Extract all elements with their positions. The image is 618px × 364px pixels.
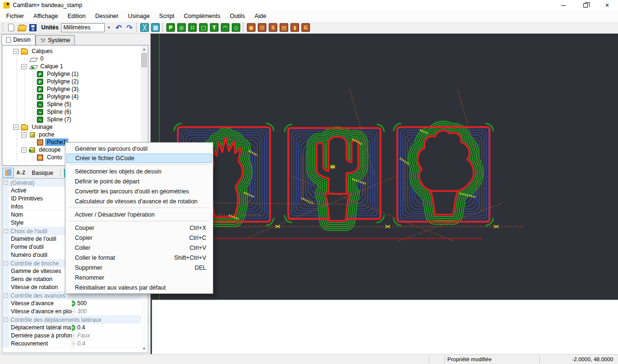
polyhedron-button[interactable]: ◇ — [231, 22, 242, 33]
new-file-button[interactable] — [6, 22, 17, 33]
tree-item-calque-1[interactable]: −Calque 1 — [2, 63, 148, 70]
collapse-icon[interactable]: − — [4, 181, 8, 185]
drawing-canvas[interactable] — [151, 34, 618, 300]
prop-label: Déplacement latéral maxi — [9, 324, 72, 331]
grid-button[interactable]: ▦ — [150, 22, 161, 33]
collapse-icon[interactable]: − — [21, 132, 27, 137]
collapse-icon[interactable]: − — [13, 49, 18, 54]
prop-row-deplacement-lateral-maxi[interactable]: Déplacement latéral maxi→0.4 — [2, 324, 148, 332]
gcode-icon: G — [301, 23, 310, 32]
undo-button[interactable]: ↶ — [113, 22, 124, 33]
tree-item-polyligne-1[interactable]: Polyligne (1) — [2, 70, 148, 78]
ctx-item-activer-desactiver-l-operation[interactable]: Activer / Désactiver l'opération — [65, 209, 213, 219]
prop-value: →0.4 — [72, 340, 148, 347]
tree-guide — [21, 55, 29, 63]
ctx-item-supprimer[interactable]: SupprimerDEL — [65, 263, 213, 273]
tree-item-polyligne-2[interactable]: Polyligne (2) — [2, 78, 148, 85]
menu-item-complements[interactable]: Compléments — [179, 10, 225, 22]
collapse-icon[interactable]: − — [13, 125, 18, 130]
gcode-button[interactable]: G — [300, 22, 311, 33]
prop-row-vitesse-d-avance[interactable]: Vitesse d'avance→500 — [2, 300, 148, 308]
scrollbar-thumb[interactable] — [141, 53, 147, 67]
tree-item-poche[interactable]: −poche — [2, 131, 148, 138]
profile-button[interactable]: S — [268, 22, 279, 33]
tree-item-spline-6[interactable]: Spline (6) — [2, 108, 148, 116]
ctx-item-convertir-les-parcours-d-outil-en-geometries[interactable]: Convertir les parcours d'outil en géomét… — [65, 186, 213, 196]
units-combo[interactable]: Millimètres — [61, 23, 105, 32]
collapse-icon[interactable]: − — [4, 293, 8, 298]
tree-item-0[interactable]: 0 — [2, 55, 148, 63]
prop-row-derniere-passe-a-profondeur[interactable]: Dernière passe à profondeur→Faux — [2, 332, 148, 340]
ctx-item-selectionner-les-objets-de-dessin[interactable]: Sélectionner les objets de dessin — [65, 166, 213, 176]
close-button[interactable]: × — [596, 0, 618, 10]
pocket-button[interactable]: ⊡ — [257, 22, 268, 33]
drill-button[interactable]: ● — [246, 22, 257, 33]
menu-item-affichage[interactable]: Affichage — [29, 10, 63, 22]
engrave-button[interactable]: ▮ — [290, 22, 300, 33]
folder-icon — [21, 125, 28, 130]
polyline-button[interactable]: P — [165, 22, 176, 33]
ctx-item-coller-le-format[interactable]: Coller le formatShift+Ctrl+V — [65, 253, 213, 263]
collapse-icon[interactable]: − — [4, 229, 8, 233]
ctx-item-shortcut: Ctrl+V — [190, 245, 206, 251]
prop-indent — [2, 308, 9, 315]
prop-indent — [2, 235, 9, 243]
menu-item-script[interactable]: Script — [154, 10, 179, 22]
ctx-item-creer-le-fichier-gcode[interactable]: Créer le fichier GCode — [66, 154, 212, 163]
units-dropdown-icon[interactable]: ▼ — [105, 26, 113, 30]
collapse-icon[interactable]: − — [21, 147, 27, 153]
prop-row-recouvrement[interactable]: Recouvrement→0.4 — [2, 340, 148, 348]
tree-guide — [21, 93, 29, 100]
circle-button[interactable]: ◎ — [176, 22, 187, 33]
menu-item-fichier[interactable]: Fichier — [1, 10, 29, 22]
lathe-button[interactable]: ▤ — [279, 22, 290, 33]
ctx-item-definir-le-point-de-depart[interactable]: Définir le point de départ — [65, 176, 213, 186]
tree-item-spline-5[interactable]: Spline (5) — [2, 100, 148, 108]
menu-item-usinage[interactable]: Usinage — [123, 10, 154, 22]
restore-button[interactable] — [574, 0, 596, 10]
collapse-icon[interactable]: − — [4, 261, 8, 265]
menu-item-edition[interactable]: Edition — [63, 10, 90, 22]
prop-row-vitesse-d-avance-en-plongee[interactable]: Vitesse d'avance en plongée→300 — [2, 308, 148, 316]
ctx-item-label: Activer / Désactiver l'opération — [75, 211, 154, 218]
alphabetical-sort-button[interactable]: A↓Z — [15, 168, 27, 178]
prop-indent — [2, 340, 9, 347]
tree-item-calques[interactable]: −Calques — [2, 47, 148, 55]
tree-item-spline-7[interactable]: Spline (7) — [2, 116, 148, 123]
points-button[interactable]: ∷ — [187, 22, 198, 33]
rectangle-button[interactable]: □ — [198, 22, 209, 33]
redo-button[interactable]: ↷ — [124, 22, 135, 33]
ctx-item-couper[interactable]: CouperCtrl+X — [65, 223, 213, 233]
menu-item-aide[interactable]: Aide — [250, 10, 271, 22]
prop-category-controle-des-deplacements-lateraux[interactable]: −Contrôle des déplacements latéraux — [2, 316, 148, 324]
text-button[interactable]: T — [209, 22, 220, 33]
open-file-button[interactable] — [17, 22, 27, 33]
menu-item-outils[interactable]: Outils — [225, 10, 250, 22]
ctx-item-reinitialiser-aux-valeurs-par-defaut[interactable]: Réinitialiser aux valeurs par défaut — [65, 282, 213, 292]
save-button[interactable] — [27, 22, 38, 33]
ctx-item-copier[interactable]: CopierCtrl+C — [65, 233, 213, 243]
region-button[interactable]: ◠ — [220, 22, 231, 33]
collapse-icon[interactable]: − — [21, 64, 27, 69]
prop-value: →500 — [72, 300, 148, 307]
prop-indent — [2, 195, 9, 202]
tree-item-polyligne-4[interactable]: Polyligne (4) — [2, 93, 148, 100]
axes-button[interactable]: ╳ — [139, 22, 150, 33]
tree-item-usinage[interactable]: −Usinage — [2, 123, 148, 131]
tree-item-polyligne-3[interactable]: Polyligne (3) — [2, 85, 148, 93]
minimize-button[interactable] — [553, 0, 574, 10]
ctx-item-calculateur-de-vitesses-d-avance-et-de-rotation[interactable]: Calculateur de vitesses d'avance et de r… — [65, 196, 213, 206]
tree-item-label: Conto — [45, 154, 64, 161]
categorized-view-button[interactable] — [2, 168, 14, 178]
menu-item-dessiner[interactable]: Dessiner — [91, 10, 123, 22]
lathe-icon: ▤ — [280, 23, 288, 32]
collapse-icon[interactable]: − — [4, 318, 8, 322]
ctx-item-coller[interactable]: CollerCtrl+V — [65, 243, 213, 253]
tab-systeme[interactable]: ⚒Système — [36, 35, 75, 45]
tab-dessin[interactable]: Dessin — [1, 34, 36, 45]
ctx-item-generer-les-parcours-d-outil[interactable]: Générer les parcours d'outil — [65, 144, 213, 154]
prop-label: Infos — [9, 203, 72, 210]
scroll-up-icon[interactable]: ▲ — [141, 46, 147, 53]
ctx-item-renommer[interactable]: Renommer — [65, 273, 213, 282]
scroll-down-icon[interactable]: ▼ — [141, 346, 147, 352]
